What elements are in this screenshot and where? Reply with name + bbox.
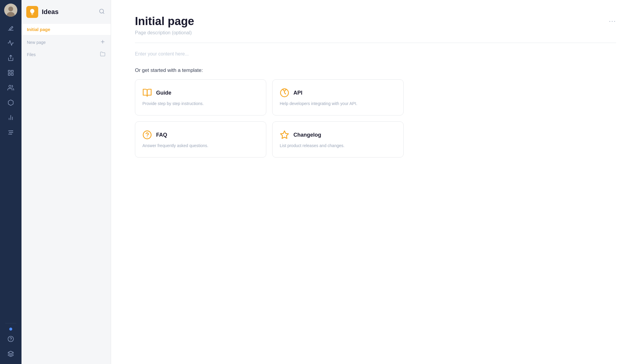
share-nav-icon[interactable]	[4, 51, 17, 64]
changelog-description: List product releases and changes.	[280, 143, 396, 149]
sidebar-item-files[interactable]: Files	[21, 48, 111, 61]
nav-divider	[5, 323, 16, 323]
chart-nav-icon[interactable]	[4, 111, 17, 124]
page-header: Initial page ···	[135, 15, 616, 28]
content-editor[interactable]: Enter your content here...	[135, 51, 616, 57]
team-nav-icon[interactable]	[4, 81, 17, 94]
api-title: API	[293, 90, 302, 96]
template-card-faq[interactable]: FAQ Answer frequently asked questions.	[135, 121, 266, 158]
svg-line-24	[103, 13, 104, 14]
svg-rect-8	[11, 73, 13, 75]
svg-point-1	[8, 7, 13, 11]
sidebar-section: New page Files	[21, 36, 111, 61]
main-content: Initial page ··· Page description (optio…	[111, 0, 640, 364]
template-grid: Guide Provide step by step instructions.…	[135, 79, 404, 158]
search-icon[interactable]	[98, 7, 106, 17]
app-title: Ideas	[42, 8, 94, 16]
folder-icon	[100, 51, 105, 58]
template-card-guide[interactable]: Guide Provide step by step instructions.	[135, 79, 266, 115]
help-nav-icon[interactable]	[4, 332, 17, 346]
guide-description: Provide step by step instructions.	[142, 101, 259, 107]
edit-nav-icon[interactable]	[4, 21, 17, 35]
avatar[interactable]	[4, 4, 17, 17]
sidebar: Ideas Initial page New page Files	[21, 0, 111, 364]
svg-point-18	[11, 134, 12, 135]
changelog-icon	[280, 130, 289, 140]
svg-rect-5	[8, 70, 10, 72]
api-card-header: API	[280, 88, 396, 98]
page-description[interactable]: Page description (optional)	[135, 30, 616, 36]
svg-rect-7	[8, 73, 10, 75]
icon-bar	[0, 0, 21, 364]
faq-title: FAQ	[156, 132, 167, 138]
changelog-title: Changelog	[293, 132, 321, 138]
notification-badge	[9, 328, 12, 331]
svg-rect-6	[11, 70, 13, 72]
api-description: Help developers integrating with your AP…	[280, 101, 396, 107]
faq-description: Answer frequently asked questions.	[142, 143, 259, 149]
sidebar-pages: Initial page New page Files	[21, 23, 111, 364]
sidebar-header: Ideas	[21, 0, 111, 23]
plus-icon	[100, 39, 105, 45]
sidebar-item-new-page[interactable]: New page	[21, 36, 111, 48]
api-icon	[280, 88, 289, 98]
settings-nav-icon[interactable]	[4, 126, 17, 139]
template-card-changelog[interactable]: Changelog List product releases and chan…	[272, 121, 404, 158]
faq-card-header: FAQ	[142, 130, 259, 140]
more-menu-button[interactable]: ···	[609, 17, 616, 25]
box-nav-icon[interactable]	[4, 96, 17, 109]
analytics-nav-icon[interactable]	[4, 36, 17, 50]
changelog-card-header: Changelog	[280, 130, 396, 140]
svg-marker-21	[8, 351, 13, 354]
layers-nav-icon[interactable]	[4, 347, 17, 360]
svg-point-9	[9, 85, 11, 87]
template-card-api[interactable]: API Help developers integrating with you…	[272, 79, 404, 115]
svg-rect-22	[31, 13, 33, 14]
guide-title: Guide	[156, 90, 171, 96]
page-divider	[135, 43, 616, 43]
page-title: Initial page	[135, 15, 194, 28]
template-section-label: Or get started with a template:	[135, 67, 616, 73]
design-nav-icon[interactable]	[4, 66, 17, 79]
svg-point-17	[12, 130, 13, 131]
book-icon	[142, 88, 152, 98]
sidebar-item-initial-page[interactable]: Initial page	[21, 24, 111, 35]
svg-point-16	[9, 132, 10, 133]
faq-icon	[142, 130, 152, 140]
guide-card-header: Guide	[142, 88, 259, 98]
app-logo	[26, 6, 38, 18]
svg-marker-29	[281, 131, 289, 138]
